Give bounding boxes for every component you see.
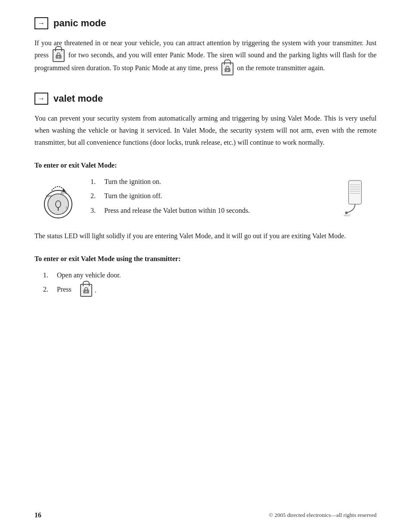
- t-step-text-2: Press: [57, 284, 72, 297]
- transmitter-heading: To enter or exit Valet Mode using the tr…: [34, 255, 377, 263]
- valet-mode-section: → valet mode You can prevent your securi…: [34, 93, 377, 297]
- panic-mode-section: → panic mode If you are threatened in or…: [34, 17, 377, 75]
- svg-text:I: I: [66, 206, 67, 209]
- valet-step-3: 3. Press and release the Valet button wi…: [90, 205, 325, 216]
- panic-body-3: on the remote transmitter again.: [237, 64, 325, 72]
- valet-button-svg: VALET: [338, 178, 372, 217]
- valet-steps-list: 1. Turn the ignition on. 2. Turn the ign…: [90, 176, 325, 216]
- svg-point-1: [58, 56, 59, 58]
- step-text-2: Turn the ignition off.: [104, 190, 162, 202]
- t-step-num-1: 1.: [43, 270, 52, 281]
- valet-step-1: 1. Turn the ignition on.: [90, 176, 325, 187]
- arrow-icon-valet: →: [38, 95, 45, 103]
- panic-mode-body: If you are threatened in or near your ve…: [34, 37, 377, 75]
- transmitter-step-2: 2. Press .: [43, 284, 377, 297]
- arrow-icon: →: [38, 19, 45, 27]
- svg-text:ACC: ACC: [61, 191, 67, 194]
- ignition-svg: OFF ACC I: [37, 178, 80, 221]
- panic-mode-title: panic mode: [53, 18, 106, 29]
- transmitter-steps-list: 1. Open any vehicle door. 2. Press .: [43, 270, 377, 297]
- valet-button-image: VALET: [333, 176, 377, 217]
- valet-mode-header: → valet mode: [34, 93, 377, 105]
- copyright-text: © 2005 directed electronics—all rights r…: [269, 512, 377, 519]
- panic-mode-header: → panic mode: [34, 17, 377, 29]
- lock-icon-panic-1: [53, 49, 65, 62]
- footer: 16 © 2005 directed electronics—all right…: [34, 511, 377, 519]
- svg-point-3: [227, 69, 228, 71]
- svg-point-21: [85, 291, 87, 292]
- lock-icon-transmitter: [80, 284, 92, 297]
- transmitter-step-1: 1. Open any vehicle door.: [43, 270, 377, 281]
- valet-mode-body: You can prevent your security system fro…: [34, 112, 377, 149]
- arrow-box-valet: →: [34, 93, 48, 105]
- valet-step-2: 2. Turn the ignition off.: [90, 190, 325, 202]
- t-step-num-2: 2.: [43, 284, 52, 297]
- status-led-text: The status LED will light solidly if you…: [34, 230, 377, 242]
- valet-mode-title: valet mode: [53, 93, 103, 104]
- arrow-box-panic: →: [34, 17, 48, 29]
- step-num-2: 2.: [90, 190, 99, 202]
- lock-icon-panic-2: [221, 62, 234, 75]
- page-number: 16: [34, 511, 41, 519]
- step-num-3: 3.: [90, 205, 99, 216]
- lock-svg-2: [224, 66, 230, 72]
- valet-enter-section: OFF ACC I 1. Turn the ignition on. 2.: [34, 176, 377, 221]
- step-text-1: Turn the ignition on.: [104, 176, 161, 187]
- valet-steps-col: 1. Turn the ignition on. 2. Turn the ign…: [90, 176, 325, 220]
- t-step-2-period: .: [95, 285, 97, 296]
- lock-svg-3: [83, 287, 89, 293]
- t-step-text-1: Open any vehicle door.: [57, 270, 121, 281]
- panic-body-2: for two seconds, and you will enter Pani…: [34, 51, 377, 72]
- ignition-switch-image: OFF ACC I: [34, 176, 82, 221]
- lock-svg-1: [56, 53, 62, 59]
- svg-text:VALET: VALET: [344, 214, 350, 217]
- step-text-3: Press and release the Valet button withi…: [104, 205, 250, 216]
- svg-text:OFF: OFF: [46, 195, 52, 198]
- enter-exit-valet-heading: To enter or exit Valet Mode:: [34, 162, 377, 169]
- svg-marker-11: [62, 189, 66, 192]
- svg-rect-12: [349, 180, 361, 204]
- page: → panic mode If you are threatened in or…: [0, 0, 411, 532]
- step-num-1: 1.: [90, 176, 99, 187]
